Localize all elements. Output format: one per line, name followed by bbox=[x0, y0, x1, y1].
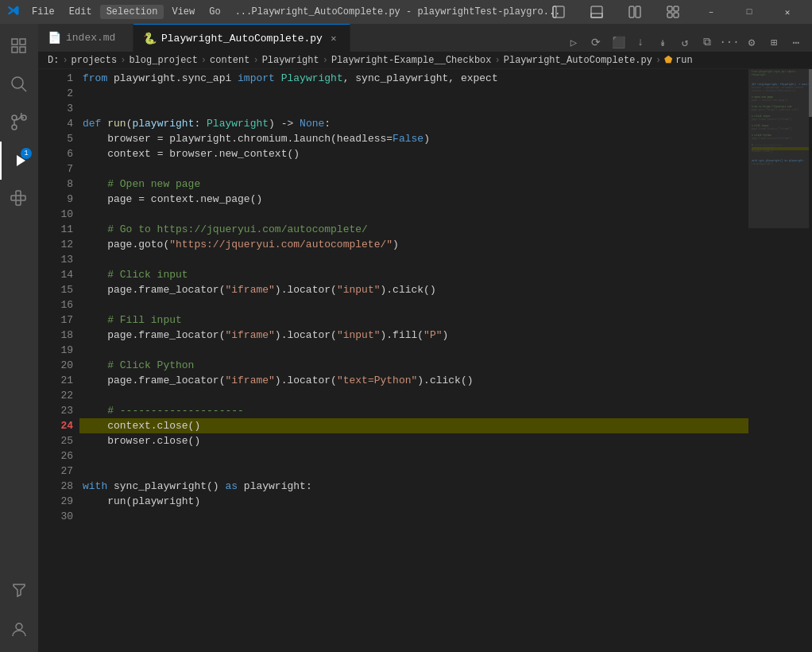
breadcrumb-projects[interactable]: projects bbox=[72, 55, 118, 66]
more-actions-btn[interactable]: ··· bbox=[720, 33, 739, 52]
svg-rect-10 bbox=[12, 39, 17, 45]
code-line-6: context = browser.new_context() bbox=[79, 146, 748, 161]
code-line-27 bbox=[79, 464, 748, 479]
split-editor-btn[interactable]: ⧉ bbox=[698, 33, 717, 52]
tab-index-md[interactable]: 📄 index.md bbox=[38, 24, 133, 52]
menu-edit[interactable]: Edit bbox=[63, 5, 99, 19]
line-num-30: 30 bbox=[44, 509, 73, 524]
step-into-btn[interactable]: ↡ bbox=[653, 33, 672, 52]
line-num-16: 16 bbox=[44, 297, 73, 312]
svg-rect-3 bbox=[591, 14, 602, 17]
code-line-15: page.frame_locator("iframe").locator("in… bbox=[79, 282, 748, 297]
code-line-9: page = context.new_page() bbox=[79, 192, 748, 207]
breadcrumb-example-checkbox[interactable]: Playwright-Example__Checkbox bbox=[331, 55, 492, 66]
activity-bar: 1 bbox=[0, 24, 38, 652]
minimap-content: from playwright.sync_api import Playwrig… bbox=[748, 69, 812, 168]
line-num-20: 20 bbox=[44, 358, 73, 373]
customize-layout-btn[interactable] bbox=[655, 0, 691, 24]
code-line-23: # -------------------- bbox=[79, 403, 748, 418]
minimap-scrollbar-thumb[interactable] bbox=[809, 69, 812, 117]
svg-point-23 bbox=[16, 623, 22, 630]
layout-btn[interactable] bbox=[617, 0, 653, 24]
svg-rect-4 bbox=[629, 6, 634, 17]
code-line-19 bbox=[79, 343, 748, 358]
tab-playwright-close[interactable]: ✕ bbox=[327, 32, 340, 45]
main-container: 1 📄 index.md 🐍 Playwright_AutoComplete.p… bbox=[0, 24, 812, 652]
svg-rect-8 bbox=[667, 13, 672, 17]
overflow-btn[interactable]: ⋯ bbox=[787, 33, 806, 52]
breadcrumb-d[interactable]: D: bbox=[48, 55, 59, 66]
menu-selection[interactable]: Selection bbox=[100, 5, 164, 19]
layout-actions-btn[interactable]: ⊞ bbox=[764, 33, 783, 52]
minimap[interactable]: from playwright.sync_api import Playwrig… bbox=[748, 69, 812, 652]
title-bar: File Edit Selection View Go ... Playwrig… bbox=[0, 0, 812, 24]
run-btn[interactable]: ▷ bbox=[564, 33, 583, 52]
breadcrumb-run[interactable]: run bbox=[675, 55, 693, 66]
restart-btn[interactable]: ↺ bbox=[675, 33, 694, 52]
breadcrumb: D: › projects › blog_project › content ›… bbox=[38, 52, 812, 69]
line-num-13: 13 bbox=[44, 252, 73, 267]
panel-toggle-btn[interactable] bbox=[578, 0, 615, 24]
window-controls: – □ ✕ bbox=[540, 0, 806, 24]
line-num-12: 12 bbox=[44, 237, 73, 252]
stop-debug-btn[interactable]: ⬛ bbox=[609, 33, 628, 52]
activity-search[interactable] bbox=[0, 65, 38, 103]
breadcrumb-symbol-icon: ⬟ bbox=[664, 54, 672, 66]
activity-extensions[interactable] bbox=[0, 180, 38, 218]
debug-btn[interactable]: ⟳ bbox=[586, 33, 605, 52]
code-content[interactable]: from playwright.sync_api import Playwrig… bbox=[79, 69, 748, 652]
breadcrumb-content[interactable]: content bbox=[210, 55, 249, 66]
line-num-8: 8 bbox=[44, 177, 73, 192]
activity-testing[interactable] bbox=[0, 572, 38, 611]
line-num-15: 15 bbox=[44, 282, 73, 297]
code-line-26 bbox=[79, 448, 748, 464]
line-num-28: 28 bbox=[44, 479, 73, 494]
debug-actions-btn[interactable]: ⚙ bbox=[742, 33, 761, 52]
line-numbers: 1 2 3 4 5 6 7 8 9 10 11 12 13 14 15 16 1 bbox=[38, 69, 79, 652]
editor-area: 📄 index.md 🐍 Playwright_AutoComplete.py … bbox=[38, 24, 812, 652]
code-line-22 bbox=[79, 388, 748, 403]
line-num-10: 10 bbox=[44, 207, 73, 222]
menu-go[interactable]: Go bbox=[203, 5, 226, 19]
svg-rect-12 bbox=[20, 39, 25, 45]
activity-account[interactable] bbox=[0, 611, 38, 649]
line-num-25: 25 bbox=[44, 433, 73, 448]
tab-playwright-icon: 🐍 bbox=[143, 32, 157, 45]
line-num-6: 6 bbox=[44, 146, 73, 161]
minimap-scrollbar-track bbox=[809, 69, 812, 652]
code-line-2 bbox=[79, 86, 748, 101]
line-num-5: 5 bbox=[44, 131, 73, 146]
code-line-29: run(playwright) bbox=[79, 494, 748, 509]
activity-source-control[interactable] bbox=[0, 103, 38, 142]
line-num-29: 29 bbox=[44, 494, 73, 509]
activity-explorer[interactable] bbox=[0, 27, 38, 65]
line-num-14: 14 bbox=[44, 267, 73, 282]
tab-playwright[interactable]: 🐍 Playwright_AutoComplete.py ✕ bbox=[133, 24, 350, 52]
activity-run-debug[interactable]: 1 bbox=[0, 142, 38, 180]
line-num-19: 19 bbox=[44, 343, 73, 358]
svg-rect-7 bbox=[674, 6, 679, 11]
code-line-30 bbox=[79, 509, 748, 524]
minimize-btn[interactable]: – bbox=[693, 0, 729, 24]
step-over-btn[interactable]: ↓ bbox=[631, 33, 650, 52]
menu-file[interactable]: File bbox=[25, 5, 61, 19]
line-num-1: 1 bbox=[44, 71, 73, 86]
svg-point-17 bbox=[12, 125, 17, 130]
svg-point-14 bbox=[12, 77, 23, 88]
menu-view[interactable]: View bbox=[165, 5, 201, 19]
breadcrumb-playwright[interactable]: Playwright bbox=[262, 55, 319, 66]
svg-rect-9 bbox=[674, 13, 679, 17]
svg-rect-20 bbox=[16, 191, 21, 196]
line-num-23: 23 bbox=[44, 403, 73, 418]
code-line-1: from playwright.sync_api import Playwrig… bbox=[79, 71, 748, 86]
breadcrumb-blog-project[interactable]: blog_project bbox=[129, 55, 197, 66]
line-num-21: 21 bbox=[44, 373, 73, 388]
code-line-11: # Go to https://jqueryui.com/autocomplet… bbox=[79, 222, 748, 237]
maximize-btn[interactable]: □ bbox=[731, 0, 768, 24]
svg-rect-13 bbox=[20, 47, 25, 52]
code-editor[interactable]: 1 2 3 4 5 6 7 8 9 10 11 12 13 14 15 16 1 bbox=[38, 69, 748, 652]
tab-bar: 📄 index.md 🐍 Playwright_AutoComplete.py … bbox=[38, 24, 812, 52]
line-num-3: 3 bbox=[44, 101, 73, 116]
close-btn[interactable]: ✕ bbox=[769, 0, 806, 24]
breadcrumb-file[interactable]: Playwright_AutoComplete.py bbox=[504, 55, 652, 66]
